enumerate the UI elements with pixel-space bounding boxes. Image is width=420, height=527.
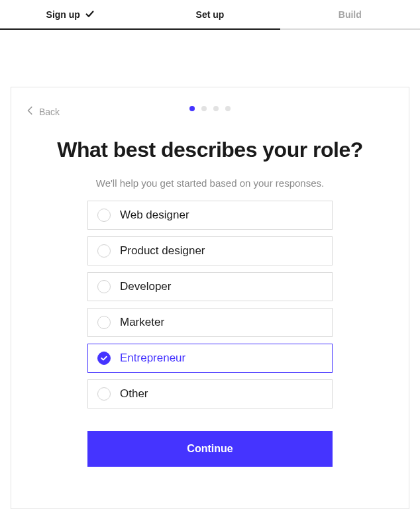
progress-dot — [213, 106, 219, 111]
option-label: Web designer — [120, 209, 189, 222]
panel-header: Back — [25, 106, 395, 111]
chevron-left-icon — [26, 106, 35, 117]
role-options: Web designer Product designer Developer … — [87, 201, 333, 408]
option-label: Entrepreneur — [120, 352, 185, 365]
option-developer[interactable]: Developer — [87, 272, 333, 301]
option-label: Marketer — [120, 316, 164, 329]
option-label: Other — [120, 387, 148, 401]
radio-check-icon — [97, 352, 111, 365]
radio-icon — [97, 387, 111, 401]
radio-icon — [97, 316, 111, 329]
radio-icon — [97, 244, 111, 258]
continue-button[interactable]: Continue — [87, 431, 333, 467]
progress-dot — [189, 106, 195, 111]
stepper: Sign up Set up Build — [0, 0, 420, 30]
radio-icon — [97, 209, 111, 222]
step-label: Sign up — [46, 9, 80, 20]
option-web-designer[interactable]: Web designer — [87, 201, 333, 230]
back-label: Back — [39, 107, 60, 117]
option-product-designer[interactable]: Product designer — [87, 236, 333, 265]
step-label: Build — [339, 9, 362, 20]
step-set-up[interactable]: Set up — [140, 0, 280, 30]
check-icon — [85, 10, 94, 21]
back-button[interactable]: Back — [26, 106, 60, 117]
onboarding-panel: Back What best describes your role? We'l… — [11, 87, 409, 509]
option-label: Developer — [120, 280, 172, 293]
progress-dot — [201, 106, 207, 111]
step-label: Set up — [196, 9, 225, 20]
option-label: Product designer — [120, 244, 205, 258]
step-build[interactable]: Build — [280, 0, 420, 30]
progress-dots — [189, 106, 231, 111]
step-sign-up[interactable]: Sign up — [0, 0, 140, 30]
option-entrepreneur[interactable]: Entrepreneur — [87, 344, 333, 373]
option-other[interactable]: Other — [87, 379, 333, 408]
page-subtitle: We'll help you get started based on your… — [25, 177, 395, 189]
page-title: What best describes your role? — [51, 136, 369, 163]
progress-dot — [225, 106, 231, 111]
radio-icon — [97, 280, 111, 293]
option-marketer[interactable]: Marketer — [87, 308, 333, 337]
